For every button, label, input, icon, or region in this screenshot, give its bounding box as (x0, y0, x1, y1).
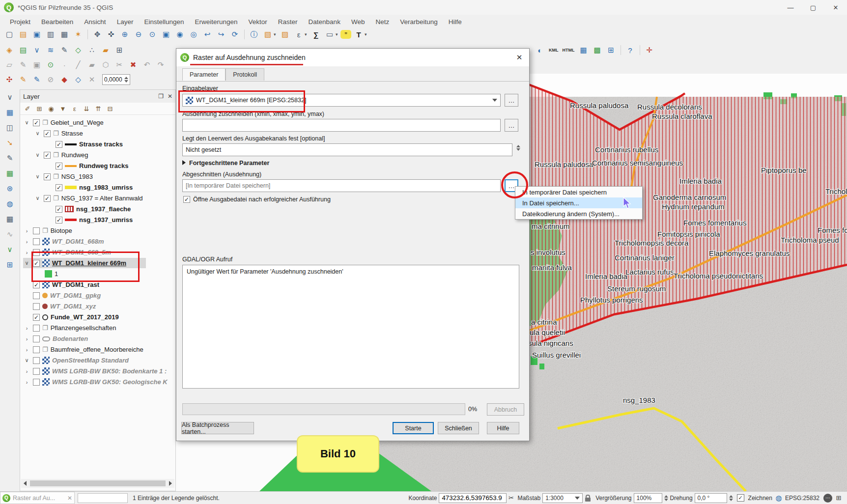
maximize-button[interactable]: ▢ (802, 0, 824, 15)
style-manager-icon[interactable]: ✶ (72, 28, 85, 40)
layer-wms-gk50[interactable]: › WMS LGRB-BW GK50: Geologische K (23, 377, 168, 387)
eingabelayer-browse-button[interactable]: … (505, 94, 518, 107)
layer-nsg-1937-umriss[interactable]: ✓ nsg_1937_umriss (56, 215, 133, 225)
attribute-grid-icon[interactable]: ⊞ (605, 44, 618, 56)
layer-checkbox[interactable] (33, 238, 40, 245)
collapse-icon[interactable]: › (23, 379, 30, 385)
collapse-icon[interactable]: › (23, 325, 30, 331)
expand-icon[interactable]: ∨ (34, 195, 41, 201)
layer-checkbox[interactable]: ✓ (56, 217, 62, 224)
layer-group-biotope[interactable]: › ❐ Biotope (23, 225, 72, 236)
batch-process-button[interactable]: Als Batchprozess starten... (181, 422, 254, 434)
expand-icon[interactable]: ∨ (34, 130, 41, 137)
kml-export-icon[interactable]: KML (547, 44, 560, 56)
measure-line-icon[interactable]: ▭ (323, 28, 336, 40)
layer-checkbox[interactable] (33, 336, 40, 342)
layer-wt-dgm1-rast[interactable]: ✓ WT_DGM1_rast (23, 280, 99, 290)
layer-nsg-1937-flaeche[interactable]: ✓ nsg_1937_flaeche (56, 204, 131, 214)
zoom-next-icon[interactable]: ↪ (215, 28, 227, 40)
menu-verarbeitung[interactable]: Verarbeitung (395, 16, 443, 28)
extent-tracking-icon[interactable]: ✂ (507, 494, 515, 502)
hilfe-button[interactable]: Hilfe (487, 422, 519, 434)
vergroesserung-spin[interactable]: 100% (634, 493, 662, 503)
globe-crs-icon[interactable]: ◍ (774, 494, 783, 503)
text-annotation-icon[interactable]: T (352, 28, 365, 40)
spin-arrows-icon[interactable] (124, 77, 128, 83)
project-save-icon[interactable]: ▣ (30, 28, 43, 40)
layer-checkbox[interactable]: ✓ (56, 184, 62, 191)
spin-arrows-icon[interactable] (729, 495, 733, 501)
pan-map-icon[interactable]: ✥ (91, 28, 104, 40)
open-after-checkbox[interactable]: ✓ (183, 196, 190, 203)
menu-ansicht[interactable]: Ansicht (79, 16, 111, 28)
layer-bodenarten[interactable]: › Bodenarten (23, 334, 88, 344)
filter-legend-icon[interactable]: ▼ (58, 104, 67, 113)
select-by-expression-icon[interactable]: ε (292, 28, 305, 40)
spin-arrows-icon[interactable] (664, 495, 668, 501)
layer-checkbox[interactable] (33, 227, 40, 234)
expand-all-icon[interactable]: ⇊ (82, 104, 91, 113)
menu-item-dateikodierung[interactable]: Dateikodierung ändern (System)... (515, 208, 642, 219)
layer-checkbox[interactable]: ✓ (33, 314, 40, 321)
current-edits-icon[interactable]: ▱ (3, 59, 16, 71)
processing-toolbox-icon[interactable]: ⊛ (3, 183, 16, 195)
add-wcs-layer-icon[interactable]: ▦ (3, 213, 16, 225)
map-tips-icon[interactable]: ❞ (340, 30, 351, 39)
layer-checkbox[interactable]: ✓ (44, 173, 51, 180)
layer-group-rundweg[interactable]: ∨ ✓ ❐ Rundweg (34, 150, 88, 160)
layers-panel-hscrollbar[interactable] (21, 479, 174, 488)
new-shapefile-layer-icon[interactable]: ✎ (58, 44, 71, 56)
abgeschnitten-input[interactable] (182, 179, 501, 192)
project-new-icon[interactable]: ▢ (3, 28, 16, 40)
layer-checkbox[interactable]: ✓ (56, 141, 62, 148)
web-service-icon[interactable]: ◍ (3, 198, 16, 210)
pan-to-selection-icon[interactable]: ✜ (105, 28, 117, 40)
delete-selected-icon[interactable]: ✖ (127, 59, 140, 71)
menu-einstellungen[interactable]: Einstellungen (139, 16, 189, 28)
help-book-icon[interactable]: ? (624, 44, 637, 56)
zoom-in-icon[interactable]: ⊕ (118, 28, 131, 40)
select-features-icon[interactable]: ▧ (261, 28, 274, 40)
add-raster-layer-icon[interactable]: ∨ (30, 44, 43, 56)
expand-icon[interactable]: ∨ (23, 260, 30, 266)
topology-checker-icon[interactable]: ∿ (3, 228, 16, 240)
scroll-right-icon[interactable] (167, 479, 174, 487)
add-delimited-text-icon[interactable]: ∴ (85, 44, 98, 56)
drehung-spin[interactable]: 0,0 ° (695, 493, 727, 503)
zoom-to-selection-icon[interactable]: ◉ (173, 28, 186, 40)
menu-raster[interactable]: Raster (273, 16, 303, 28)
refresh-map-icon[interactable]: ⟳ (228, 28, 241, 40)
zoom-to-layer-icon[interactable]: ◎ (187, 28, 200, 40)
open-after-row[interactable]: ✓ Öffne Ausgabedatei nach erfolgreicher … (183, 196, 331, 203)
layer-group-gebiet-und-wege[interactable]: ∨ ✓ ❐ Gebiet_und_Wege (23, 117, 104, 128)
attribute-table-icon[interactable]: ⊞ (3, 259, 16, 271)
add-postgis-layer-icon[interactable]: ◫ (3, 122, 16, 134)
deselect-features-icon[interactable]: ▨ (279, 28, 291, 40)
layer-group-strasse[interactable]: ∨ ✓ ❐ Strasse (34, 128, 83, 139)
collapse-icon[interactable]: › (23, 336, 30, 342)
add-group-icon[interactable]: ⊞ (35, 104, 44, 113)
layer-nsg-1983-umriss[interactable]: ✓ nsg_1983_umriss (56, 182, 133, 193)
chevron-down-icon[interactable]: ▾ (305, 32, 309, 37)
layer-checkbox[interactable]: ✓ (56, 206, 62, 213)
layer-checkbox[interactable] (33, 249, 40, 256)
layer-wms-bk50[interactable]: › WMS LGRB-BW BK50: Bodenkarte 1 : (23, 366, 167, 376)
layer-checkbox[interactable] (33, 325, 40, 332)
leerwert-input[interactable] (182, 143, 512, 156)
layer-group-pflanzengesellschaften[interactable]: › ❐ Pflanzengesellschaften (23, 323, 116, 333)
move-feature-icon[interactable]: ▰ (85, 59, 98, 71)
fill-ring-icon[interactable]: ◆ (58, 74, 71, 85)
chevron-down-icon[interactable]: ▾ (336, 32, 339, 37)
identify-features-icon[interactable]: ⓘ (248, 28, 260, 40)
layer-checkbox[interactable] (33, 357, 40, 364)
save-edits-icon[interactable]: ▣ (30, 59, 43, 71)
data-source-manager-icon[interactable]: ◈ (3, 44, 16, 56)
tab-parameter[interactable]: Parameter (182, 68, 226, 81)
layer-group-baumfreie-moorbereiche[interactable]: › ❐ Baumfreie_offene_Moorbereiche (23, 344, 143, 355)
starte-button[interactable]: Starte (393, 422, 434, 434)
layer-checkbox[interactable] (33, 379, 40, 386)
add-raster-plus-icon[interactable]: ▦ (577, 44, 590, 56)
menu-layer[interactable]: Layer (112, 16, 139, 28)
simplify-feature-icon[interactable]: ✎ (30, 74, 43, 85)
menu-datenbank[interactable]: Datenbank (304, 16, 345, 28)
